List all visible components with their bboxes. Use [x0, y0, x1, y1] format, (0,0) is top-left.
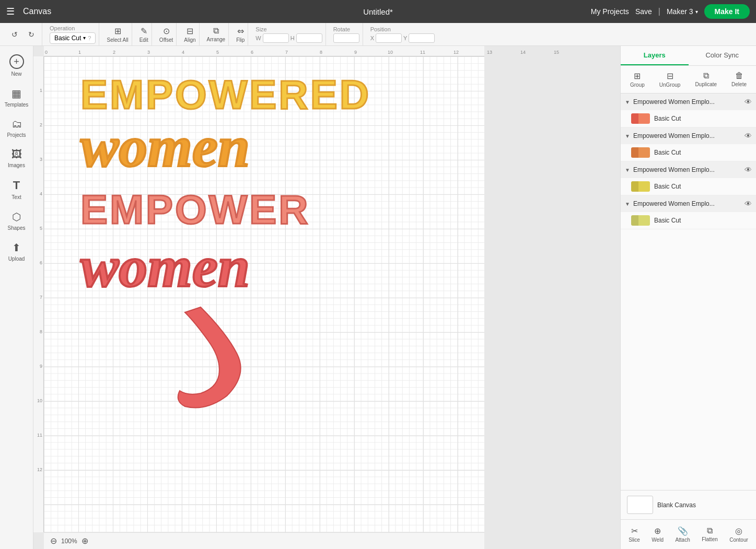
- height-input[interactable]: [296, 33, 322, 43]
- tab-layers[interactable]: Layers: [621, 46, 689, 65]
- select-all-section: ⊞ Select All: [103, 23, 132, 45]
- redo-button[interactable]: ↻: [24, 27, 39, 42]
- contour-icon: ◎: [735, 526, 742, 536]
- layer-group-3: ▼ Empowered Women Emplo... 👁 Basic Cut: [621, 161, 756, 195]
- sidebar-item-shapes[interactable]: ⬡ Shapes: [2, 206, 31, 235]
- svg-text:EMPOWERED: EMPOWERED: [80, 72, 371, 118]
- duplicate-icon: ⧉: [703, 71, 709, 80]
- upload-icon: ⬆: [12, 241, 21, 254]
- chevron-down-icon: ▾: [695, 9, 698, 15]
- layer-thumb-2-1: [631, 147, 650, 158]
- tab-color-sync[interactable]: Color Sync: [689, 46, 757, 65]
- rotate-section: Rotate: [330, 23, 363, 45]
- layer-group-2-header[interactable]: ▼ Empowered Women Emplo... 👁: [621, 127, 756, 144]
- attach-action[interactable]: 📎 Attach: [672, 524, 693, 545]
- svg-text:women: women: [80, 115, 250, 179]
- document-title: Untitled*: [363, 7, 393, 16]
- layer-item-2-1[interactable]: Basic Cut: [621, 144, 756, 161]
- sidebar-item-upload[interactable]: ⬆ Upload: [2, 237, 31, 266]
- save-button[interactable]: Save: [635, 7, 652, 16]
- layer-item-1-1[interactable]: Basic Cut: [621, 110, 756, 127]
- sidebar-item-text[interactable]: T Text: [2, 174, 31, 204]
- canvas-design: EMPOWERED women EMPOWER women: [70, 62, 436, 440]
- visibility-icon-2[interactable]: 👁: [745, 132, 752, 140]
- sidebar-item-projects[interactable]: 🗂 Projects: [2, 114, 31, 142]
- topbar-right: My Projects Save | Maker 3 ▾ Make It: [591, 4, 750, 19]
- canvas-area[interactable]: 0 1 2 3 4 5 6 7 8 9 10 11 12 13 14 15 1: [33, 46, 620, 549]
- visibility-icon-4[interactable]: 👁: [745, 200, 752, 208]
- flatten-action[interactable]: ⧉ Flatten: [699, 524, 721, 545]
- layer-item-3-1[interactable]: Basic Cut: [621, 178, 756, 195]
- panel-bottom: Blank Canvas ✂ Slice ⊕ Weld 📎 Attach ⧉: [621, 490, 756, 549]
- layer-group-2: ▼ Empowered Women Emplo... 👁 Basic Cut: [621, 127, 756, 161]
- contour-action[interactable]: ◎ Contour: [726, 524, 751, 545]
- rotate-input[interactable]: [333, 33, 359, 43]
- position-x-input[interactable]: [376, 33, 402, 43]
- duplicate-action[interactable]: ⧉ Duplicate: [691, 69, 721, 90]
- templates-icon: ▦: [11, 87, 21, 100]
- align-button[interactable]: ⊟ Align: [184, 26, 195, 43]
- zoom-level: 100%: [61, 538, 77, 545]
- select-all-button[interactable]: ⊞ Select All: [107, 26, 128, 43]
- topbar: ☰ Canvas Untitled* My Projects Save | Ma…: [0, 0, 756, 23]
- make-it-button[interactable]: Make It: [704, 4, 750, 19]
- flip-section: ⇔ Flip: [233, 23, 248, 45]
- layer-group-4: ▼ Empowered Women Emplo... 👁 Basic Cut: [621, 195, 756, 229]
- visibility-icon-3[interactable]: 👁: [745, 166, 752, 174]
- app-logo: Canvas: [23, 7, 583, 16]
- my-projects-link[interactable]: My Projects: [591, 7, 629, 16]
- sidebar-item-new[interactable]: + New: [2, 50, 31, 81]
- slice-action[interactable]: ✂ Slice: [625, 524, 643, 545]
- flip-button[interactable]: ⇔ Flip: [236, 26, 245, 43]
- ruler-vertical: 1 2 3 4 5 6 7 8 9 10 11 12: [33, 56, 44, 532]
- main-area: + New ▦ Templates 🗂 Projects 🖼 Images T …: [0, 46, 756, 549]
- visibility-icon-1[interactable]: 👁: [745, 98, 752, 106]
- attach-icon: 📎: [678, 526, 688, 536]
- expand-icon-1: ▼: [625, 99, 630, 105]
- layer-item-4-1[interactable]: Basic Cut: [621, 212, 756, 229]
- group-action[interactable]: ⊞ Group: [626, 69, 649, 90]
- operation-section: Operation Basic Cut ▾ ?: [46, 23, 99, 45]
- layer-group-4-header[interactable]: ▼ Empowered Women Emplo... 👁: [621, 195, 756, 212]
- weld-action[interactable]: ⊕ Weld: [648, 524, 667, 545]
- canvas-content[interactable]: EMPOWERED women EMPOWER women: [44, 56, 484, 549]
- operation-help[interactable]: ?: [88, 35, 91, 41]
- shapes-icon: ⬡: [12, 211, 21, 223]
- ungroup-action[interactable]: ⊟ UnGroup: [655, 69, 685, 90]
- size-section: Size W H: [252, 23, 325, 45]
- undo-redo-section: ↺ ↻: [4, 23, 42, 45]
- undo-button[interactable]: ↺: [7, 27, 22, 42]
- layer-thumb-4-1: [631, 215, 650, 226]
- blank-canvas-thumb: [627, 496, 653, 514]
- zoom-in-icon[interactable]: ⊕: [82, 536, 88, 546]
- expand-icon-4: ▼: [625, 201, 630, 207]
- operation-select[interactable]: Basic Cut ▾ ?: [50, 32, 96, 44]
- toolbar: ↺ ↻ Operation Basic Cut ▾ ? ⊞ Select All…: [0, 23, 756, 46]
- text-icon: T: [13, 179, 20, 192]
- delete-action[interactable]: 🗑 Delete: [727, 69, 751, 90]
- bottom-actions: ✂ Slice ⊕ Weld 📎 Attach ⧉ Flatten ◎ C: [621, 519, 756, 549]
- machine-selector[interactable]: Maker 3 ▾: [667, 7, 698, 16]
- layer-group-3-header[interactable]: ▼ Empowered Women Emplo... 👁: [621, 161, 756, 178]
- zoom-out-icon[interactable]: ⊖: [50, 536, 57, 546]
- edit-button[interactable]: ✎ Edit: [139, 26, 148, 43]
- layer-thumb-3-1: [631, 181, 650, 192]
- images-icon: 🖼: [11, 148, 22, 160]
- offset-section: ⊙ Offset: [156, 23, 177, 45]
- layer-group-1-header[interactable]: ▼ Empowered Women Emplo... 👁: [621, 94, 756, 110]
- projects-icon: 🗂: [11, 118, 22, 130]
- offset-button[interactable]: ⊙ Offset: [159, 26, 173, 43]
- size-input: W H: [255, 33, 322, 43]
- left-sidebar: + New ▦ Templates 🗂 Projects 🖼 Images T …: [0, 46, 33, 549]
- position-input: X Y: [370, 33, 435, 43]
- width-input[interactable]: [263, 33, 289, 43]
- new-icon: +: [9, 54, 24, 69]
- sidebar-item-templates[interactable]: ▦ Templates: [2, 83, 31, 112]
- blank-canvas-row: Blank Canvas: [621, 490, 756, 519]
- operation-label: Operation: [50, 25, 96, 31]
- panel-actions: ⊞ Group ⊟ UnGroup ⧉ Duplicate 🗑 Delete: [621, 66, 756, 94]
- arrange-button[interactable]: ⧉ Arrange: [207, 26, 226, 42]
- position-y-input[interactable]: [409, 33, 435, 43]
- menu-icon[interactable]: ☰: [6, 6, 15, 17]
- sidebar-item-images[interactable]: 🖼 Images: [2, 144, 31, 172]
